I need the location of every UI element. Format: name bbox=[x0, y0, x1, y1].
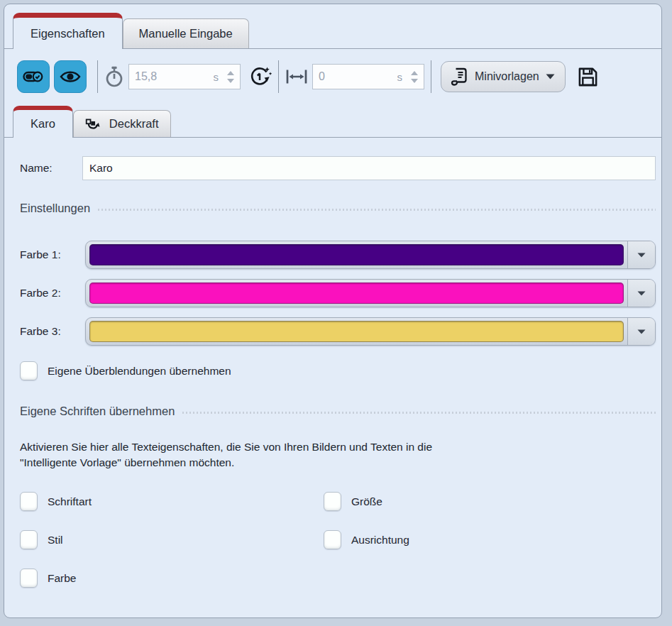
color-row-3: Farbe 3: bbox=[20, 317, 656, 346]
font-options-grid: Schriftart Größe Stil Ausrichtung Farbe bbox=[20, 492, 656, 588]
chevron-down-icon bbox=[637, 253, 646, 258]
schriftart-checkbox[interactable] bbox=[20, 492, 38, 511]
toolbar-separator bbox=[97, 60, 98, 93]
toolbar: 15,8 s bbox=[4, 49, 661, 99]
spacing-icon bbox=[285, 68, 308, 85]
blend-checkbox-label: Eigene Überblendungen übernehmen bbox=[48, 365, 231, 378]
color-1-dropdown-button[interactable] bbox=[627, 241, 655, 268]
fonts-description-line1: Aktivieren Sie hier alle Texteigenschaft… bbox=[20, 439, 656, 455]
checkbox-row-farbe: Farbe bbox=[20, 569, 324, 588]
color-1-swatch bbox=[89, 244, 624, 265]
color-2-label: Farbe 2: bbox=[20, 287, 85, 300]
stil-checkbox[interactable] bbox=[20, 530, 38, 549]
main-tab-strip: Eigenschaften Manuelle Eingabe bbox=[4, 13, 661, 49]
ausrichtung-checkbox[interactable] bbox=[324, 530, 341, 549]
visibility-button[interactable] bbox=[54, 60, 87, 93]
color-3-dropdown-button[interactable] bbox=[627, 318, 655, 345]
name-label: Name: bbox=[20, 162, 82, 175]
tab-manuelle-eingabe-label: Manuelle Eingabe bbox=[139, 27, 233, 40]
dotted-divider bbox=[98, 209, 656, 211]
tab-karo[interactable]: Karo bbox=[13, 106, 73, 138]
minivorlagen-label: Minivorlagen bbox=[475, 70, 539, 83]
fonts-section-header: Eigene Schriften übernehmen bbox=[20, 405, 656, 418]
checkbox-row-schriftart: Schriftart bbox=[20, 492, 324, 511]
duration-input[interactable]: 15,8 s bbox=[128, 64, 241, 89]
farbe-checkbox[interactable] bbox=[20, 569, 38, 588]
checkbox-row-stil: Stil bbox=[20, 530, 324, 549]
stopwatch-icon bbox=[104, 66, 124, 87]
tab-eigenschaften-label: Eigenschaften bbox=[31, 27, 105, 40]
color-1-picker[interactable] bbox=[85, 241, 656, 269]
toolbar-separator bbox=[431, 60, 431, 93]
blend-checkbox-row: Eigene Überblendungen übernehmen bbox=[20, 361, 656, 380]
chevron-down-icon bbox=[637, 329, 646, 334]
fonts-header-label: Eigene Schriften übernehmen bbox=[20, 405, 175, 418]
tab-deckkraft[interactable]: Deckkraft bbox=[73, 110, 171, 137]
spinner-up-icon[interactable] bbox=[227, 71, 234, 75]
groesse-checkbox[interactable] bbox=[324, 492, 341, 511]
spacing-input[interactable]: 0 s bbox=[312, 64, 424, 89]
spacing-spinner[interactable] bbox=[408, 71, 424, 83]
color-3-picker[interactable] bbox=[85, 317, 656, 346]
color-2-swatch bbox=[89, 282, 624, 304]
checkbox-row-groesse: Größe bbox=[324, 492, 656, 511]
toggle-check-icon bbox=[23, 70, 44, 84]
chevron-down-icon bbox=[637, 291, 646, 296]
properties-panel: Eigenschaften Manuelle Eingabe bbox=[4, 4, 662, 618]
color-swatch-frame bbox=[86, 241, 627, 268]
toolbar-separator bbox=[278, 60, 279, 93]
color-2-dropdown-button[interactable] bbox=[627, 280, 655, 307]
groesse-label: Größe bbox=[351, 495, 382, 508]
spinner-down-icon[interactable] bbox=[411, 79, 418, 83]
stil-label: Stil bbox=[48, 534, 63, 547]
name-input[interactable] bbox=[82, 156, 656, 180]
spinner-down-icon[interactable] bbox=[227, 79, 234, 83]
color-2-picker[interactable] bbox=[85, 279, 656, 307]
color-swatch-frame bbox=[86, 318, 627, 345]
schriftart-label: Schriftart bbox=[48, 495, 92, 508]
chevron-down-icon bbox=[546, 74, 555, 79]
content-area: Name: Einstellungen Farbe 1: Farbe 2: bbox=[4, 156, 661, 588]
blend-checkbox[interactable] bbox=[20, 361, 38, 380]
spacing-unit: s bbox=[397, 71, 409, 83]
tab-karo-label: Karo bbox=[31, 117, 55, 131]
fonts-description-line2: "Intelligente Vorlage" übernehmen möchte… bbox=[20, 455, 656, 471]
duration-spinner[interactable] bbox=[224, 71, 240, 83]
minivorlagen-button[interactable]: Minivorlagen bbox=[441, 61, 566, 92]
opacity-curve-icon bbox=[85, 116, 103, 132]
farbe-label: Farbe bbox=[48, 572, 77, 585]
duration-unit: s bbox=[214, 71, 225, 83]
save-button[interactable] bbox=[577, 66, 599, 88]
spinner-up-icon[interactable] bbox=[411, 71, 418, 75]
color-1-label: Farbe 1: bbox=[20, 248, 85, 261]
tab-manuelle-eingabe[interactable]: Manuelle Eingabe bbox=[123, 18, 249, 48]
fonts-description: Aktivieren Sie hier alle Texteigenschaft… bbox=[20, 439, 656, 471]
tab-deckkraft-label: Deckkraft bbox=[109, 117, 159, 131]
duration-value: 15,8 bbox=[129, 70, 214, 83]
smart-duration-icon bbox=[248, 65, 272, 89]
settings-header-label: Einstellungen bbox=[20, 202, 90, 215]
eye-icon bbox=[60, 70, 81, 84]
sub-tab-strip: Karo Deckkraft bbox=[4, 106, 661, 138]
template-scroll-icon bbox=[450, 67, 468, 87]
smart-duration-button[interactable] bbox=[248, 65, 272, 89]
color-3-swatch bbox=[89, 321, 624, 342]
settings-section-header: Einstellungen bbox=[20, 202, 656, 215]
apply-toggle-button[interactable] bbox=[17, 60, 50, 93]
color-swatch-frame bbox=[86, 280, 627, 307]
name-row: Name: bbox=[20, 156, 656, 180]
floppy-disk-icon bbox=[577, 66, 599, 88]
color-row-2: Farbe 2: bbox=[20, 279, 656, 307]
color-3-label: Farbe 3: bbox=[20, 325, 85, 338]
color-row-1: Farbe 1: bbox=[20, 241, 656, 269]
ausrichtung-label: Ausrichtung bbox=[351, 534, 409, 547]
tab-eigenschaften[interactable]: Eigenschaften bbox=[13, 13, 123, 49]
checkbox-row-ausrichtung: Ausrichtung bbox=[324, 530, 656, 549]
spacing-value: 0 bbox=[313, 70, 397, 83]
dotted-divider bbox=[182, 412, 656, 414]
